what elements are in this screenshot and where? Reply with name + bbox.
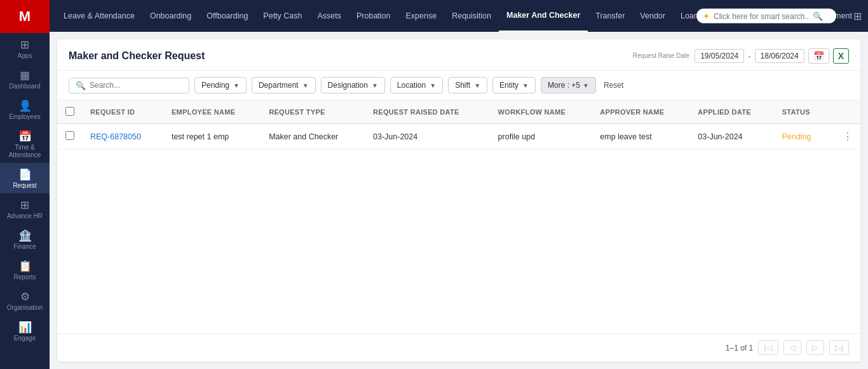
row-approver-name: emp leave test (592, 124, 690, 150)
row-request-id: REQ-6878050 (83, 124, 164, 150)
sidebar-icon-employees: 👤 (18, 101, 32, 111)
sidebar-label-time-attendance: Time & Attendance (3, 144, 47, 159)
nav-link-transfer[interactable]: Transfer (588, 0, 632, 32)
pagination-first-button[interactable]: |◁ (758, 340, 778, 355)
star-icon: ✦ (703, 11, 710, 21)
sidebar-icon-finance: 🏦 (18, 230, 32, 241)
search-filter[interactable]: 🔍 (69, 78, 189, 94)
sidebar-icon-apps: ⊞ (20, 39, 29, 50)
date-range-row: 19/05/2024 - 18/06/2024 📅 X (695, 48, 849, 64)
designation-filter-dropdown[interactable]: Designation ▼ (321, 77, 385, 94)
designation-filter-label: Designation (328, 81, 368, 90)
col-request-raised-date: REQUEST RAISED DATE (365, 101, 491, 124)
reset-button[interactable]: Reset (601, 78, 626, 93)
sidebar-item-organisation[interactable]: ⚙ Organisation (0, 285, 50, 316)
sidebar-icon-dashboard: ▦ (20, 70, 30, 81)
sidebar-item-employees[interactable]: 👤 Employees (0, 94, 50, 125)
row-employee-name: test repet 1 emp (164, 124, 261, 150)
row-applied-date: 03-Jun-2024 (690, 124, 774, 150)
col-employee-name: EMPLOYEE NAME (164, 101, 261, 124)
brand-logo: M (0, 0, 50, 33)
sidebar-label-engage: Engage (14, 335, 36, 342)
nav-link-requisition[interactable]: Requisition (444, 0, 499, 32)
sidebar-item-finance[interactable]: 🏦 Finance (0, 224, 50, 254)
logo-text: M (19, 8, 31, 25)
status-filter-label: Pending (201, 81, 229, 90)
location-filter-label: Location (397, 81, 426, 90)
date-to[interactable]: 18/06/2024 (755, 49, 804, 63)
date-range-section: Request Raise Date 19/05/2024 - 18/06/20… (633, 48, 849, 64)
requests-table: REQUEST ID EMPLOYEE NAME REQUEST TYPE RE… (57, 101, 860, 150)
row-checkbox[interactable] (57, 124, 83, 150)
status-badge: Pending (782, 132, 811, 141)
nav-link-expense[interactable]: Expense (398, 0, 445, 32)
col-status: STATUS (775, 101, 829, 124)
page-title: Maker and Checker Request (69, 50, 205, 62)
calendar-button[interactable]: 📅 (808, 48, 829, 64)
sidebar-item-advance-hr[interactable]: ⊞ Advance HR (0, 193, 50, 224)
sidebar-label-finance: Finance (13, 243, 36, 251)
sidebar-item-time-attendance[interactable]: 📅 Time & Attendance (0, 125, 50, 163)
excel-export-button[interactable]: X (833, 48, 849, 64)
location-filter-dropdown[interactable]: Location ▼ (390, 77, 443, 94)
nav-link-leave-attendance[interactable]: Leave & Attendance (56, 0, 142, 32)
date-separator: - (748, 52, 750, 61)
sidebar: M ⊞ Apps▦ Dashboard👤 Employees📅 Time & A… (0, 0, 50, 369)
date-from[interactable]: 19/05/2024 (695, 49, 744, 63)
sidebar-label-advance-hr: Advance HR (7, 212, 43, 220)
designation-chevron-icon: ▼ (372, 82, 378, 89)
table-header-row: REQUEST ID EMPLOYEE NAME REQUEST TYPE RE… (57, 101, 860, 124)
nav-link-petty-cash[interactable]: Petty Cash (255, 0, 309, 32)
nav-link-probation[interactable]: Probation (349, 0, 398, 32)
sidebar-icon-advance-hr: ⊞ (20, 200, 29, 211)
nav-link-offboarding[interactable]: Offboarding (199, 0, 255, 32)
page-content: Maker and Checker Request Request Raise … (57, 39, 860, 361)
sidebar-item-apps[interactable]: ⊞ Apps (0, 33, 50, 64)
department-chevron-icon: ▼ (302, 82, 309, 89)
sidebar-icon-time-attendance: 📅 (18, 131, 32, 142)
request-id-link[interactable]: REQ-6878050 (90, 132, 141, 141)
smart-search-bar[interactable]: ✦ 🔍 (696, 9, 836, 24)
search-filter-icon: 🔍 (76, 81, 86, 90)
more-filters-label: More : +5 (548, 81, 580, 90)
pagination-prev-button[interactable]: ◁ (783, 340, 801, 355)
sidebar-icon-organisation: ⚙ (20, 291, 30, 302)
col-request-type: REQUEST TYPE (261, 101, 365, 124)
sidebar-label-organisation: Organisation (7, 304, 43, 312)
more-filters-button[interactable]: More : +5 ▼ (541, 77, 596, 94)
pagination-next-button[interactable]: ▷ (806, 340, 824, 355)
nav-link-assets[interactable]: Assets (309, 0, 349, 32)
entity-filter-dropdown[interactable]: Entity ▼ (492, 77, 536, 94)
nav-link-onboarding[interactable]: Onboarding (142, 0, 199, 32)
sidebar-label-employees: Employees (9, 113, 40, 121)
row-actions-menu[interactable]: ⋮ (829, 124, 860, 150)
col-checkbox (57, 101, 83, 124)
department-filter-dropdown[interactable]: Department ▼ (252, 77, 316, 94)
status-filter-dropdown[interactable]: Pending ▼ (194, 77, 247, 94)
table-container: REQUEST ID EMPLOYEE NAME REQUEST TYPE RE… (57, 101, 860, 333)
smart-search-input[interactable] (714, 11, 809, 20)
nav-link-maker-checker[interactable]: Maker And Checker (499, 0, 588, 32)
search-input[interactable] (90, 81, 185, 90)
row-workflow-name: profile upd (491, 124, 593, 150)
search-icon: 🔍 (813, 11, 823, 21)
pagination-last-button[interactable]: ▷| (829, 340, 849, 355)
sidebar-item-dashboard[interactable]: ▦ Dashboard (0, 64, 50, 94)
expand-icon[interactable]: ⊞ (853, 10, 862, 22)
shift-filter-label: Shift (455, 81, 470, 90)
pagination-row: 1–1 of 1 |◁ ◁ ▷ ▷| (57, 333, 860, 361)
select-all-checkbox[interactable] (65, 107, 74, 116)
col-actions (829, 101, 860, 124)
shift-filter-dropdown[interactable]: Shift ▼ (448, 77, 487, 94)
sidebar-icon-request: 📄 (18, 169, 32, 180)
nav-link-vendor[interactable]: Vendor (632, 0, 673, 32)
sidebar-item-reports[interactable]: 📋 Reports (0, 254, 50, 285)
sidebar-item-engage[interactable]: 📊 Engage (0, 316, 50, 346)
sidebar-icon-reports: 📋 (18, 261, 32, 272)
sidebar-item-request[interactable]: 📄 Request (0, 163, 50, 193)
shift-chevron-icon: ▼ (474, 82, 480, 89)
table-row: REQ-6878050 test repet 1 emp Maker and C… (57, 124, 860, 150)
status-chevron-icon: ▼ (233, 82, 240, 89)
page-header: Maker and Checker Request Request Raise … (57, 39, 860, 71)
col-request-id: REQUEST ID (83, 101, 164, 124)
